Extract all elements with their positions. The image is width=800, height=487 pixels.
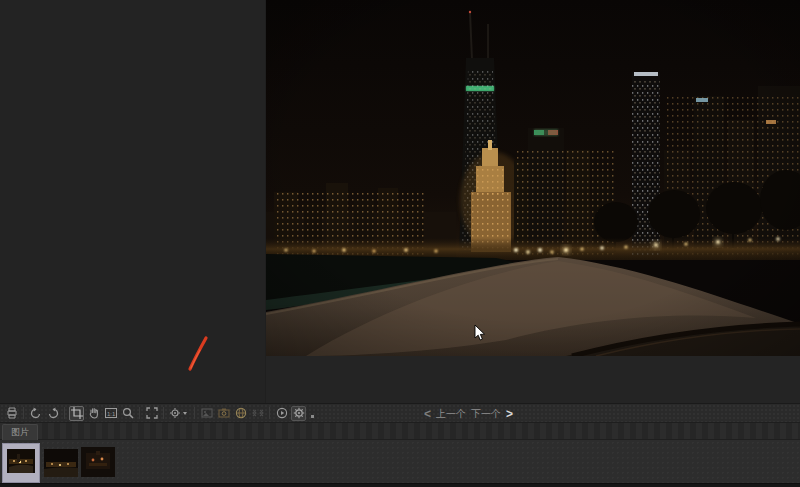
settings-dropdown-icon[interactable] (168, 406, 190, 421)
window-bottom-edge (0, 483, 800, 487)
filmstrip (0, 440, 800, 483)
next-chevron-icon[interactable]: > (506, 408, 513, 420)
hand-pan-icon[interactable] (86, 406, 101, 421)
thumbnail-3[interactable] (81, 447, 115, 477)
crop-icon[interactable] (69, 406, 84, 421)
mouse-cursor (474, 324, 486, 342)
toolbar-separator (64, 407, 65, 419)
night-city-photo (266, 0, 800, 356)
red-brush-annotation (180, 328, 220, 376)
image-navigation: < 上一个 下一个 > (424, 404, 513, 424)
toolbar-separator (23, 407, 24, 419)
slideshow-icon[interactable] (199, 406, 214, 421)
zoom-icon[interactable] (120, 406, 135, 421)
image-viewer-window: 1:1 < (0, 0, 800, 487)
bottom-toolbar: 1:1 < (0, 403, 800, 423)
globe-icon[interactable] (233, 406, 248, 421)
toolbar-separator (163, 407, 164, 419)
timer-play-icon[interactable] (274, 406, 289, 421)
thumbnail-image (7, 449, 35, 473)
photo-canvas[interactable] (266, 0, 800, 356)
thumbnail-selected[interactable] (2, 443, 40, 483)
rotate-right-icon[interactable] (45, 406, 60, 421)
more-dot[interactable] (311, 415, 314, 418)
canvas-background (266, 356, 800, 403)
actual-size-icon[interactable]: 1:1 (103, 406, 118, 421)
fullscreen-icon[interactable] (144, 406, 159, 421)
svg-text:1:1: 1:1 (107, 411, 116, 417)
gear-button-icon[interactable] (291, 406, 306, 421)
tab-pictures[interactable]: 图片 (2, 424, 38, 440)
compare-icon[interactable] (250, 406, 265, 421)
screenshot-icon[interactable] (216, 406, 231, 421)
left-panel (0, 0, 266, 403)
rotate-left-icon[interactable] (28, 406, 43, 421)
toolbar-separator (269, 407, 270, 419)
print-icon[interactable] (4, 406, 19, 421)
filmstrip-tab-bar: 图片 (0, 423, 800, 440)
previous-button[interactable]: 上一个 (436, 409, 466, 419)
next-button[interactable]: 下一个 (471, 409, 501, 419)
toolbar-separator (194, 407, 195, 419)
toolbar-separator (139, 407, 140, 419)
thumbnail-2[interactable] (44, 449, 78, 477)
previous-chevron-icon[interactable]: < (424, 408, 431, 420)
